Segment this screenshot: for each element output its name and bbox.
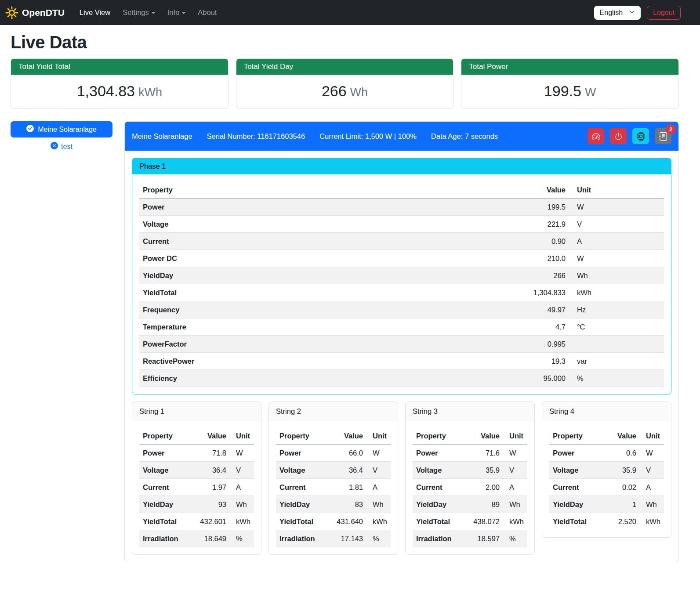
string-table: Property Value Unit Power71.6WVoltage35.… — [413, 427, 527, 547]
nav-item-live-view[interactable]: Live View — [74, 5, 116, 20]
string-card-2: String 2 Property Value Unit — [268, 402, 398, 555]
property-cell: Power DC — [139, 250, 397, 267]
table-row: Temperature4.7°C — [139, 318, 664, 336]
navbar: OpenDTU Live View Settings Info About En… — [0, 0, 700, 25]
column-header-unit: Unit — [366, 427, 391, 445]
table-row: YieldDay89Wh — [413, 496, 527, 513]
column-header-unit: Unit — [230, 427, 254, 445]
value-cell: 1 — [602, 496, 640, 513]
cpu-icon — [637, 132, 645, 141]
summary-cards-row: Total Yield Total 1,304.83kWh Total Yiel… — [11, 58, 679, 109]
language-select[interactable]: English — [594, 6, 641, 20]
phase-table: Property Value Unit Power199.5WVoltage22… — [139, 181, 664, 387]
table-row: ReactivePower19.3var — [139, 353, 664, 370]
property-cell: Current — [139, 479, 192, 496]
unit-cell: V — [640, 462, 664, 479]
string-table: Property Value Unit Power71.8WVoltage36.… — [139, 427, 254, 547]
table-row: PowerFactor0.995 — [139, 336, 664, 353]
unit-cell: W — [230, 445, 254, 462]
event-log-button[interactable]: 2 — [655, 128, 671, 144]
brand-link[interactable]: OpenDTU — [5, 6, 65, 19]
property-cell: Frequency — [139, 301, 397, 318]
table-row: Power71.6W — [413, 445, 527, 462]
unit-cell: °C — [569, 318, 664, 336]
value-cell: 95.000 — [397, 370, 569, 387]
inverter-data-age: Data Age: 7 seconds — [431, 132, 498, 141]
nav-links: Live View Settings Info About — [74, 5, 222, 20]
value-cell: 36.4 — [329, 462, 366, 479]
unit-cell: Wh — [569, 267, 664, 284]
column-header-unit: Unit — [503, 427, 527, 445]
table-header-row: Property Value Unit — [139, 181, 664, 199]
inverter-item-test[interactable]: test — [11, 142, 112, 151]
summary-card-total-power: Total Power 199.5W — [461, 58, 679, 109]
unit-cell: kWh — [569, 284, 664, 301]
table-header-row: Property Value Unit — [276, 427, 391, 445]
unit-cell: A — [569, 233, 664, 250]
property-cell: Power — [549, 445, 602, 462]
property-cell: Current — [276, 479, 329, 496]
nav-item-settings[interactable]: Settings — [117, 5, 160, 20]
property-cell: Voltage — [413, 462, 465, 479]
unit-cell: % — [569, 370, 664, 387]
summary-card-body: 1,304.83kWh — [11, 75, 228, 109]
journal-icon — [659, 132, 667, 141]
unit-cell: A — [230, 479, 254, 496]
unit-cell: W — [640, 445, 664, 462]
inverter-select-button[interactable]: Meine Solaranlage — [11, 121, 112, 137]
restart-device-button[interactable] — [632, 128, 649, 144]
property-cell: Temperature — [139, 318, 397, 336]
table-row: Efficiency95.000% — [139, 370, 664, 387]
unit-cell: A — [503, 479, 527, 496]
property-cell: Current — [139, 233, 397, 250]
unit-cell: kWh — [640, 513, 664, 530]
value-cell: 4.7 — [397, 318, 569, 336]
summary-value: 1,304.83 — [77, 83, 135, 99]
property-cell: Current — [549, 479, 602, 496]
column-header-property: Property — [549, 427, 602, 445]
unit-cell: kWh — [503, 513, 527, 530]
unit-cell: V — [569, 216, 664, 233]
power-toggle-button[interactable] — [610, 128, 627, 144]
table-row: Current0.02A — [549, 479, 664, 496]
property-cell: Voltage — [276, 462, 329, 479]
unit-cell: W — [569, 250, 664, 267]
nav-item-about[interactable]: About — [192, 5, 222, 20]
property-cell: Irradiation — [413, 530, 465, 547]
value-cell: 432.601 — [192, 513, 230, 530]
table-row: YieldDay83Wh — [276, 496, 391, 513]
inverter-serial: Serial Number: 116171603546 — [207, 132, 305, 141]
table-row: YieldDay93Wh — [139, 496, 254, 513]
logout-button[interactable]: Logout — [647, 6, 681, 20]
value-cell: 18.597 — [465, 530, 503, 547]
string-card-3: String 3 Property Value Unit — [405, 402, 535, 555]
value-cell: 221.9 — [397, 216, 569, 233]
table-row: Current0.90A — [139, 233, 664, 250]
string-table: Property Value Unit Power66.0WVoltage36.… — [276, 427, 391, 547]
value-cell: 1.97 — [192, 479, 230, 496]
table-row: YieldTotal431.640kWh — [276, 513, 391, 530]
property-cell: Voltage — [139, 216, 397, 233]
nav-item-info[interactable]: Info — [162, 5, 191, 20]
dropdown-caret-icon — [182, 12, 185, 14]
string-card-4: String 4 Property Value Unit — [542, 402, 671, 538]
table-row: Power199.5W — [139, 199, 664, 216]
limit-settings-button[interactable] — [588, 128, 604, 144]
column-header-value: Value — [465, 427, 503, 445]
summary-card-title: Total Power — [461, 59, 678, 75]
string-card-title: String 1 — [132, 402, 261, 421]
nav-item-label: Live View — [80, 8, 110, 17]
inverter-name: Meine Solaranlage — [132, 132, 192, 141]
value-cell: 199.5 — [397, 199, 569, 216]
table-row: Frequency49.97Hz — [139, 301, 664, 318]
unit-cell: % — [230, 530, 254, 547]
brand-label: OpenDTU — [22, 7, 65, 18]
property-cell: Voltage — [139, 462, 192, 479]
property-cell: YieldTotal — [276, 513, 329, 530]
column-header-value: Value — [397, 181, 569, 199]
table-row: Voltage35.9V — [413, 462, 527, 479]
phase-panel: Phase 1 Property Value Unit Power199.5WV… — [132, 158, 671, 394]
unit-cell: V — [366, 462, 391, 479]
x-circle-icon — [51, 142, 58, 151]
string-card-title: String 3 — [406, 402, 534, 421]
